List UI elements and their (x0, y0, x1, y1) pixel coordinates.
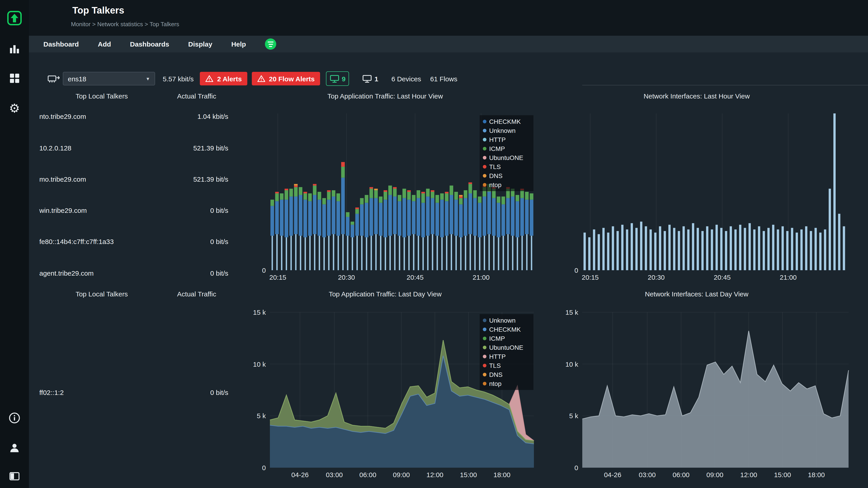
legend-color-dot (483, 355, 487, 358)
sidebar-item-customize[interactable] (0, 72, 29, 85)
devices-other-indicator[interactable]: 1 (359, 71, 381, 86)
legend-item: ntop (483, 379, 533, 388)
sidebar-item-setup[interactable]: ⚙ (0, 102, 29, 115)
flow-alerts-badge[interactable]: 20 Flow Alerts (252, 72, 320, 86)
chart-plot[interactable] (582, 312, 848, 468)
legend-item: HTTP (483, 135, 533, 144)
host-link[interactable]: fe80::14b4:c7ff:c7ff:1a33 (39, 237, 114, 245)
legend-color-dot (483, 319, 487, 322)
table-row: ff02::1:20 bit/s (39, 387, 228, 398)
traffic-rate: 5.57 kbit/s (163, 75, 194, 83)
y-axis-label: 5 k (257, 412, 266, 420)
x-axis-label: 04-26 (291, 471, 309, 479)
alerts-badge-label: 2 Alerts (217, 75, 242, 83)
traffic-value: 0 bit/s (210, 206, 228, 214)
legend-color-dot (483, 147, 487, 151)
legend-item: ntop (483, 180, 533, 189)
legend-color-dot (483, 364, 487, 367)
menu-item-display[interactable]: Display (188, 40, 212, 48)
legend-item: HTTP (483, 352, 533, 361)
grid-icon (8, 72, 20, 84)
legend-item: ICMP (483, 334, 533, 343)
x-axis-label: 15:00 (460, 471, 477, 479)
alerts-badge[interactable]: 2 Alerts (200, 72, 247, 86)
y-axis-label: 0 (575, 266, 578, 274)
legend-color-dot (483, 183, 487, 187)
x-axis-label: 12:00 (426, 471, 443, 479)
y-axis-label: 0 (575, 464, 578, 471)
x-axis-label: 03:00 (639, 471, 656, 479)
menu-item-dashboard[interactable]: Dashboard (43, 40, 79, 48)
sidebar-toggle[interactable] (0, 470, 29, 483)
network-interfaces-hour-chart: 20:1520:3020:4521:000 (582, 113, 846, 270)
legend-label: DNS (489, 172, 502, 180)
top-application-traffic-hour-chart: CHECKMKUnknownHTTPICMPUbuntuONETLSDNSnto… (270, 113, 534, 270)
legend-color-dot (483, 346, 487, 349)
legend-label: TLS (489, 362, 501, 369)
legend-item: Unknown (483, 126, 533, 135)
x-axis-label: 04-26 (604, 471, 621, 479)
interface-select[interactable]: ens18 ▼ (63, 72, 155, 86)
chart-legend: UnknownCHECKMKICMPUbuntuONEHTTPTLSDNSnto… (480, 314, 533, 390)
legend-item: TLS (483, 361, 533, 370)
network-interfaces-day-chart: 04-2603:0006:0009:0012:0015:0018:0015 k1… (582, 312, 848, 468)
menubar: Dashboard Add Dashboards Display Help (29, 36, 868, 53)
x-axis-label: 18:00 (808, 471, 825, 479)
sidebar-item-monitoring[interactable] (0, 42, 29, 55)
y-axis-label: 15 k (253, 308, 266, 316)
gear-icon: ⚙ (9, 101, 20, 116)
x-axis-label: 06:00 (360, 471, 376, 479)
host-link[interactable]: mo.tribe29.com (39, 175, 86, 183)
info-icon (8, 412, 20, 424)
menu-item-add[interactable]: Add (98, 40, 111, 48)
devices-count: 6 Devices (391, 75, 421, 83)
x-axis-label: 20:45 (407, 273, 424, 281)
y-axis-label: 5 k (569, 412, 578, 420)
warning-icon (257, 75, 266, 82)
host-link[interactable]: win.tribe29.com (39, 206, 87, 214)
host-link[interactable]: nto.tribe29.com (39, 112, 86, 120)
x-axis-label: 18:00 (493, 471, 510, 479)
filter-menu-icon[interactable] (265, 38, 276, 50)
x-axis-label: 09:00 (393, 471, 410, 479)
devices-up-indicator[interactable]: 9 (326, 71, 349, 86)
table-col-header-traffic: Actual Traffic (151, 92, 242, 101)
legend-item: ICMP (483, 144, 533, 153)
chart-legend: CHECKMKUnknownHTTPICMPUbuntuONETLSDNSnto… (480, 115, 533, 191)
host-link[interactable]: 10.2.0.128 (39, 144, 71, 152)
x-axis-label: 20:30 (648, 273, 664, 281)
table-row: win.tribe29.com0 bit/s (39, 205, 228, 216)
sidebar-toggle-icon (9, 471, 20, 481)
traffic-value: 521.39 bit/s (193, 144, 228, 152)
interface-select-value: ens18 (68, 75, 86, 83)
legend-label: ICMP (489, 145, 505, 152)
sidebar-item-info[interactable] (0, 412, 29, 424)
devices-up-count: 9 (342, 75, 346, 83)
menu-item-help[interactable]: Help (231, 40, 246, 48)
legend-color-dot (483, 120, 487, 123)
page-header: Top Talkers Monitor > Network statistics… (29, 0, 868, 36)
table-row: 10.2.0.128521.39 bit/s (39, 142, 228, 153)
x-axis-label: 20:15 (269, 273, 286, 281)
host-link[interactable]: agent.tribe29.com (39, 269, 94, 277)
y-axis-label: 10 k (253, 360, 266, 368)
table-row: agent.tribe29.com0 bit/s (39, 267, 228, 278)
host-link[interactable]: ff02::1:2 (39, 388, 64, 396)
x-axis-label: 21:00 (780, 273, 797, 281)
chart-title: Network Interfaces: Last Day View (565, 290, 829, 299)
legend-label: CHECKMK (489, 326, 521, 333)
top-application-traffic-day-chart: UnknownCHECKMKICMPUbuntuONEHTTPTLSDNSnto… (270, 312, 534, 468)
legend-label: CHECKMK (489, 118, 521, 125)
app-logo[interactable] (0, 10, 29, 26)
legend-label: ntop (489, 380, 502, 387)
menu-item-dashboards[interactable]: Dashboards (130, 40, 169, 48)
legend-label: TLS (489, 163, 501, 170)
sidebar-item-user[interactable] (0, 442, 29, 454)
legend-color-dot (483, 328, 487, 331)
table-row: nto.tribe29.com1.04 kbit/s (39, 111, 228, 122)
legend-color-dot (483, 382, 487, 385)
x-axis-label: 03:00 (326, 471, 343, 479)
chart-title: Top Application Traffic: Last Day View (253, 290, 517, 299)
chart-plot[interactable] (582, 113, 846, 270)
y-axis-label: 0 (262, 464, 266, 471)
